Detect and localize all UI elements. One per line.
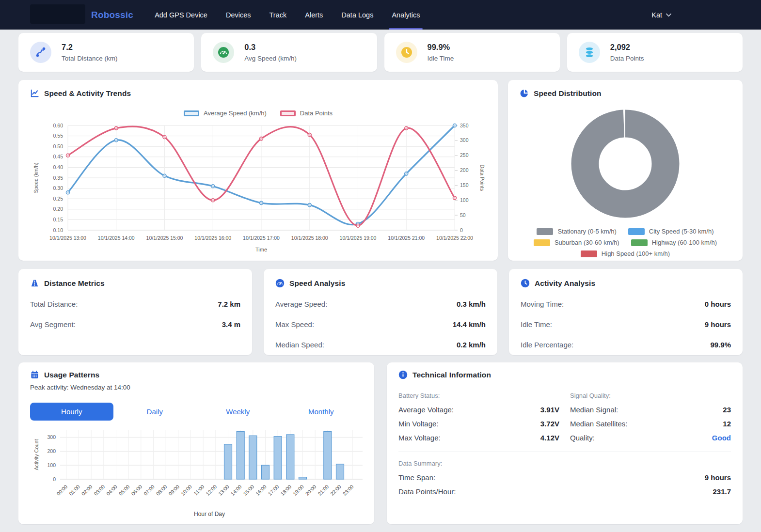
metric-value: 0.2 km/h (457, 341, 486, 349)
svg-text:04:00: 04:00 (105, 484, 118, 497)
svg-text:250: 250 (460, 152, 469, 158)
legend-item-data-points[interactable]: Data Points (280, 110, 333, 117)
metric-row-total-distance: Total Distance:7.2 km (30, 300, 240, 308)
tech-row-quality: Quality:Good (570, 434, 731, 442)
card-title: Activity Analysis (535, 279, 595, 288)
donut-legend-row: Suburban (30-60 km/h)Highway (60-100 km/… (520, 239, 731, 246)
svg-text:01:00: 01:00 (68, 484, 81, 497)
tech-columns: Battery Status:Average Voltage:3.91VMin … (398, 392, 731, 448)
distance-metrics-card: Distance MetricsTotal Distance:7.2 kmAvg… (18, 269, 252, 355)
metric-value: 9 hours (705, 320, 731, 329)
svg-text:Activity Count: Activity Count (33, 439, 39, 470)
tech-label: Average Voltage: (398, 406, 454, 414)
svg-text:06:00: 06:00 (130, 484, 143, 497)
metric-rows: Average Speed:0.3 km/hMax Speed:14.4 km/… (275, 300, 486, 349)
info-icon (398, 370, 408, 379)
card-title: Speed Analysis (289, 279, 345, 288)
dashboard: 7.2Total Distance (km)0.3Avg Speed (km/h… (0, 33, 761, 524)
metric-label: Idle Time: (521, 320, 552, 329)
stat-value: 0.3 (244, 43, 297, 52)
svg-text:Speed (km/h): Speed (km/h) (33, 162, 39, 193)
nav-item-alerts[interactable]: Alerts (296, 0, 332, 30)
tech-row-data-points-hour: Data Points/Hour:231.7 (398, 487, 731, 496)
brand-name[interactable]: Robossic (91, 10, 133, 20)
legend-item-highway-60-100-km-h[interactable]: Highway (60-100 km/h) (631, 239, 717, 246)
tab-hourly[interactable]: Hourly (30, 403, 113, 421)
tab-monthly[interactable]: Monthly (280, 403, 363, 421)
nav-item-add-gps-device[interactable]: Add GPS Device (145, 0, 217, 30)
svg-text:10/1/2025 22:00: 10/1/2025 22:00 (436, 235, 473, 241)
tech-row-max-voltage: Max Voltage:4.12V (398, 434, 559, 442)
stat-card-avg-speed-km-h: 0.3Avg Speed (km/h) (201, 33, 377, 72)
metrics-row: Distance MetricsTotal Distance:7.2 kmAvg… (18, 269, 743, 355)
legend-item-high-speed-100-km-h[interactable]: High Speed (100+ km/h) (581, 250, 670, 257)
stat-value: 99.9% (428, 43, 454, 52)
stat-text: 99.9%Idle Time (428, 43, 454, 62)
metric-row-moving-time: Moving Time:0 hours (521, 300, 731, 308)
clock-icon-blue (521, 279, 530, 288)
metric-label: Idle Percentage: (521, 341, 573, 349)
nav-item-track[interactable]: Track (260, 0, 296, 30)
donut-legend-row: Stationary (0-5 km/h)City Speed (5-30 km… (520, 228, 731, 235)
tech-row-median-signal: Median Signal:23 (570, 406, 731, 414)
nav-item-data-logs[interactable]: Data Logs (332, 0, 382, 30)
tab-weekly[interactable]: Weekly (196, 403, 280, 421)
tech-label: Median Satellites: (570, 420, 627, 428)
legend-item-suburban-30-60-km-h[interactable]: Suburban (30-60 km/h) (534, 239, 619, 246)
nav-item-devices[interactable]: Devices (217, 0, 260, 30)
stat-label: Data Points (610, 55, 644, 62)
svg-text:350: 350 (460, 123, 469, 128)
section-heading: Signal Quality: (570, 392, 731, 399)
speed-distribution-card: Speed Distribution Stationary (0-5 km/h)… (508, 80, 743, 261)
card-title: Distance Metrics (44, 279, 105, 288)
svg-text:14:00: 14:00 (230, 484, 243, 497)
card-title: Speed & Activity Trends (44, 89, 131, 98)
svg-text:0.40: 0.40 (53, 164, 63, 170)
legend-label: Data Points (300, 110, 333, 117)
metric-value: 99.9% (710, 341, 731, 349)
metric-row-avg-segment: Avg Segment:3.4 m (30, 320, 240, 329)
usage-hourly-chart: 010020030000:0001:0002:0003:0004:0005:00… (30, 424, 363, 519)
svg-text:100: 100 (460, 197, 469, 203)
tech-value: Good (712, 434, 731, 442)
user-menu[interactable]: Kat (651, 11, 671, 19)
speedometer-icon (213, 42, 234, 63)
metric-label: Max Speed: (275, 320, 314, 329)
donut-legend: Stationary (0-5 km/h)City Speed (5-30 km… (520, 228, 731, 257)
metric-label: Moving Time: (521, 300, 564, 308)
chart-legend: Average Speed (km/h)Data Points (30, 110, 486, 117)
usage-patterns-card: Usage Patterns Peak activity: Wednesday … (18, 362, 374, 524)
svg-text:15:00: 15:00 (242, 484, 255, 497)
legend-item-average-speed-km-h[interactable]: Average Speed (km/h) (184, 110, 267, 117)
legend-item-stationary-0-5-km-h[interactable]: Stationary (0-5 km/h) (537, 228, 616, 235)
metric-value: 0.3 km/h (457, 300, 486, 308)
metric-row-median-speed: Median Speed:0.2 km/h (275, 341, 486, 349)
stat-text: 0.3Avg Speed (km/h) (244, 43, 297, 62)
calendar-icon (30, 370, 39, 379)
svg-text:10/1/2025 19:00: 10/1/2025 19:00 (340, 235, 377, 241)
svg-text:0.25: 0.25 (53, 196, 63, 202)
card-header: Distance Metrics (30, 279, 240, 288)
top-nav: Robossic Add GPS DeviceDevicesTrackAlert… (0, 0, 761, 30)
brand-logo[interactable] (30, 4, 85, 24)
tab-daily[interactable]: Daily (113, 403, 197, 421)
svg-text:300: 300 (460, 137, 469, 143)
data-summary-section: Data Summary:Time Span:9 hoursData Point… (398, 460, 731, 496)
legend-item-city-speed-5-30-km-h[interactable]: City Speed (5-30 km/h) (628, 228, 714, 235)
svg-text:05:00: 05:00 (118, 484, 131, 497)
tech-value: 3.91V (540, 406, 559, 414)
nav-item-analytics[interactable]: Analytics (382, 0, 429, 30)
svg-text:21:00: 21:00 (317, 484, 330, 497)
svg-text:0.55: 0.55 (53, 133, 63, 139)
chart-line-icon (30, 89, 39, 98)
metric-label: Average Speed: (275, 300, 327, 308)
metric-value: 7.2 km (218, 300, 240, 308)
metric-label: Avg Segment: (30, 320, 76, 329)
stats-row: 7.2Total Distance (km)0.3Avg Speed (km/h… (18, 33, 743, 72)
tech-label: Median Signal: (570, 406, 618, 414)
svg-text:10/1/2025 16:00: 10/1/2025 16:00 (194, 235, 231, 241)
tech-value: 4.12V (540, 434, 559, 442)
metric-value: 3.4 m (222, 320, 240, 329)
svg-text:0.30: 0.30 (53, 185, 63, 191)
legend-swatch (628, 228, 645, 235)
